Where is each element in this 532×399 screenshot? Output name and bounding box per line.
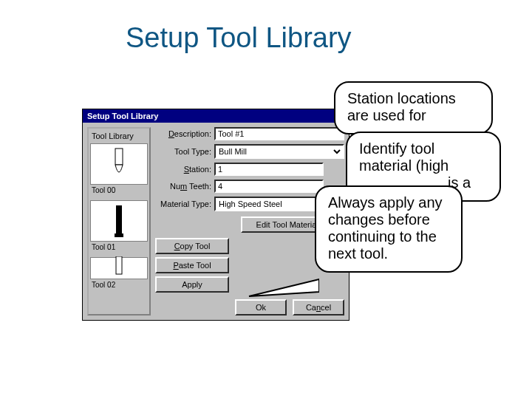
- station-input[interactable]: [214, 163, 324, 176]
- cancel-button[interactable]: Cancel: [293, 299, 344, 316]
- numteeth-input[interactable]: [214, 180, 324, 193]
- callout-text: Station locations are used for: [347, 90, 456, 123]
- tooltype-select[interactable]: Bull Mill: [214, 144, 344, 159]
- svg-rect-2: [115, 233, 123, 237]
- copy-tool-button[interactable]: Copy Tool: [155, 238, 229, 254]
- numteeth-label: Num Teeth:: [155, 182, 211, 191]
- tool-item-1[interactable]: [90, 200, 148, 242]
- tooltype-label: Tool Type:: [155, 147, 211, 156]
- tool-icon: [108, 256, 130, 276]
- slide-title: Setup Tool Library: [126, 22, 352, 54]
- svg-rect-1: [116, 205, 122, 235]
- tool-item-2[interactable]: [90, 257, 148, 279]
- callout-text: material (high: [359, 157, 449, 174]
- tool-item-0[interactable]: [90, 143, 148, 185]
- station-label: Station:: [155, 165, 211, 174]
- apply-button[interactable]: Apply: [155, 276, 229, 293]
- tool-library-label: Tool Library: [92, 132, 148, 140]
- callout-text: Always apply any changes before continui…: [328, 194, 443, 262]
- dialog-title-bar: Setup Tool Library: [83, 109, 349, 123]
- callout-text: Identify tool: [359, 140, 434, 157]
- callout-station: Station locations are used for: [334, 81, 493, 134]
- tool-icon: [108, 204, 130, 238]
- tool-caption: Tool 00: [92, 186, 148, 194]
- tool-caption: Tool 02: [92, 281, 148, 289]
- description-input[interactable]: [214, 127, 344, 140]
- tool-caption: Tool 01: [92, 243, 148, 251]
- svg-rect-3: [116, 256, 122, 274]
- dialog-bottom-buttons: Ok Cancel: [155, 299, 344, 316]
- ok-button[interactable]: Ok: [235, 299, 287, 316]
- callout-tail-icon: [245, 276, 319, 298]
- tool-library-panel: Tool Library Tool 00 Tool 01: [87, 127, 151, 316]
- paste-tool-button[interactable]: Paste Tool: [155, 257, 229, 273]
- material-label: Material Type:: [155, 200, 211, 208]
- description-label: Description:: [155, 129, 211, 138]
- svg-rect-0: [115, 149, 123, 165]
- tool-icon: [108, 147, 130, 181]
- callout-apply: Always apply any changes before continui…: [315, 185, 463, 273]
